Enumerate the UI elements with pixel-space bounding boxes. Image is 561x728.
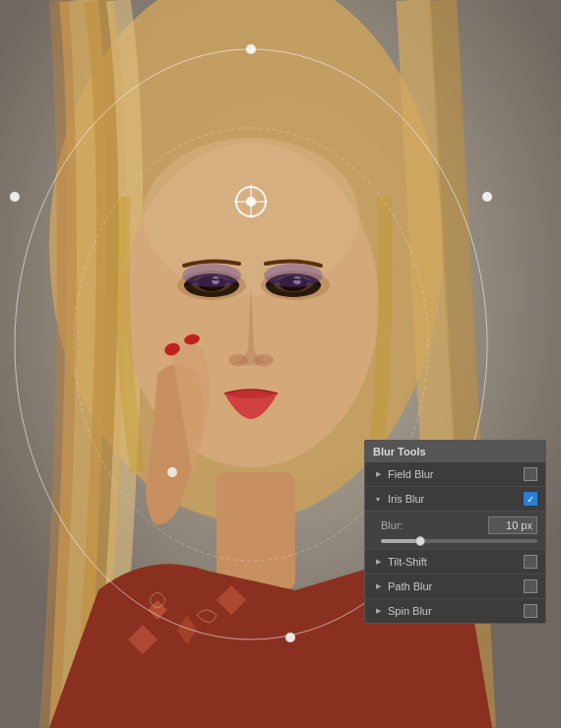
blur-slider-track[interactable] bbox=[381, 539, 537, 543]
svg-point-11 bbox=[182, 264, 241, 287]
blur-label: Blur: bbox=[381, 519, 408, 531]
field-blur-item[interactable]: Field Blur bbox=[365, 462, 545, 487]
iris-blur-label: Iris Blur bbox=[388, 493, 524, 505]
iris-blur-controls: Blur: bbox=[365, 512, 545, 550]
iris-blur-checkbox[interactable] bbox=[524, 492, 537, 506]
path-blur-arrow bbox=[373, 581, 383, 591]
blur-value-input[interactable] bbox=[488, 516, 537, 534]
svg-rect-2 bbox=[217, 472, 295, 590]
field-blur-label: Field Blur bbox=[388, 468, 524, 480]
spin-blur-checkbox[interactable] bbox=[524, 604, 537, 618]
path-blur-checkbox[interactable] bbox=[524, 579, 537, 593]
spin-blur-item[interactable]: Spin Blur bbox=[365, 599, 545, 623]
spin-blur-label: Spin Blur bbox=[388, 605, 524, 617]
tilt-shift-item[interactable]: Tilt-Shift bbox=[365, 550, 545, 575]
path-blur-label: Path Blur bbox=[388, 580, 524, 592]
blur-tools-panel: Blur Tools Field Blur Iris Blur Blur: Ti… bbox=[364, 440, 546, 624]
blur-slider-row bbox=[365, 537, 545, 549]
tilt-shift-arrow bbox=[373, 557, 383, 567]
panel-header: Blur Tools bbox=[365, 441, 545, 462]
field-blur-arrow bbox=[373, 469, 383, 479]
blur-value-row: Blur: bbox=[365, 512, 545, 537]
svg-point-4 bbox=[143, 138, 359, 295]
tilt-shift-label: Tilt-Shift bbox=[388, 556, 524, 568]
svg-point-17 bbox=[228, 354, 248, 366]
tilt-shift-checkbox[interactable] bbox=[524, 555, 537, 569]
blur-slider-thumb[interactable] bbox=[415, 536, 425, 546]
spin-blur-arrow bbox=[373, 606, 383, 616]
svg-point-16 bbox=[264, 264, 323, 287]
path-blur-item[interactable]: Path Blur bbox=[365, 575, 545, 599]
field-blur-checkbox[interactable] bbox=[524, 467, 537, 481]
iris-blur-item[interactable]: Iris Blur bbox=[365, 487, 545, 512]
iris-blur-arrow bbox=[373, 494, 383, 504]
svg-point-18 bbox=[254, 354, 274, 366]
panel-title: Blur Tools bbox=[373, 446, 426, 457]
